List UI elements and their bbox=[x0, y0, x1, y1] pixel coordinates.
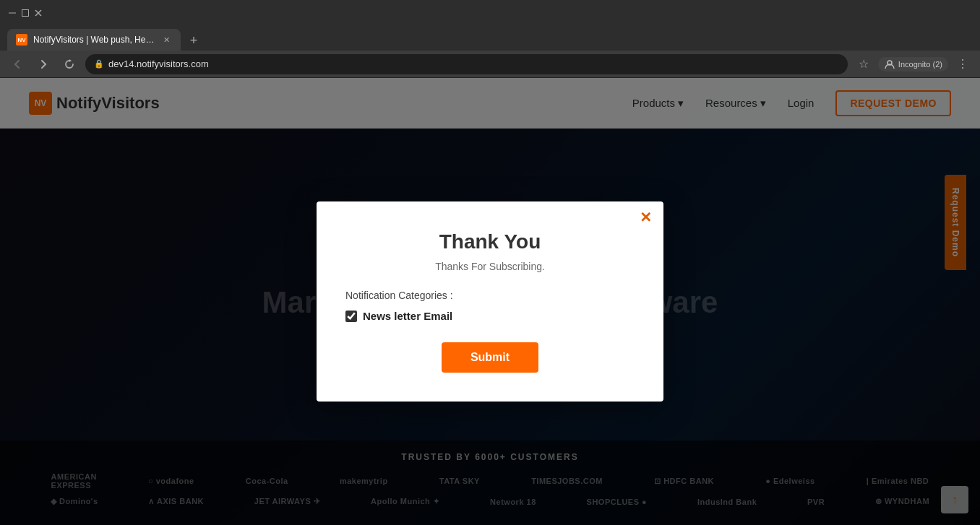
url-text: dev14.notifyvisitors.com bbox=[108, 58, 209, 69]
window-controls[interactable] bbox=[7, 8, 43, 18]
modal-section-label: Notification Categories : bbox=[345, 290, 635, 301]
modal-close-button[interactable]: ✕ bbox=[640, 210, 652, 225]
modal-title: Thank You bbox=[345, 230, 635, 253]
maximize-button[interactable] bbox=[20, 8, 30, 18]
address-bar: 🔒 dev14.notifyvisitors.com ☆ Incognito (… bbox=[0, 51, 980, 78]
newsletter-email-label: News letter Email bbox=[363, 310, 452, 322]
tab-title: NotifyVisitors | Web push, Heatm... bbox=[33, 35, 155, 45]
url-bar[interactable]: 🔒 dev14.notifyvisitors.com bbox=[85, 54, 848, 74]
tab-bar: NV NotifyVisitors | Web push, Heatm... ✕… bbox=[0, 26, 980, 51]
incognito-label: Incognito (2) bbox=[898, 60, 942, 69]
svg-rect-0 bbox=[9, 13, 16, 14]
minimize-button[interactable] bbox=[7, 8, 17, 18]
back-button[interactable] bbox=[7, 54, 27, 74]
modal-subtitle: Thanks For Subscribing. bbox=[345, 261, 635, 272]
browser-chrome: NV NotifyVisitors | Web push, Heatm... ✕… bbox=[0, 0, 980, 78]
incognito-badge: Incognito (2) bbox=[878, 57, 948, 71]
address-bar-right: ☆ Incognito (2) ⋮ bbox=[854, 54, 973, 74]
modal-submit-button[interactable]: Submit bbox=[442, 342, 538, 373]
browser-titlebar bbox=[0, 0, 980, 26]
website: NV NotifyVisitors Products ▾ Resources ▾… bbox=[0, 78, 980, 525]
lock-icon: 🔒 bbox=[94, 59, 104, 69]
menu-button[interactable]: ⋮ bbox=[953, 54, 973, 74]
modal-checkbox-row: News letter Email bbox=[345, 310, 635, 322]
tab-close-button[interactable]: ✕ bbox=[160, 34, 172, 45]
modal-overlay: ✕ Thank You Thanks For Subscribing. Noti… bbox=[0, 78, 980, 525]
newsletter-email-checkbox[interactable] bbox=[345, 311, 357, 322]
tab-favicon: NV bbox=[16, 34, 27, 45]
modal-submit-row: Submit bbox=[345, 342, 635, 373]
svg-rect-1 bbox=[22, 10, 29, 17]
thank-you-modal: ✕ Thank You Thanks For Subscribing. Noti… bbox=[317, 201, 663, 402]
refresh-button[interactable] bbox=[59, 54, 79, 74]
new-tab-button[interactable]: + bbox=[184, 30, 204, 51]
close-button[interactable] bbox=[33, 8, 43, 18]
active-tab[interactable]: NV NotifyVisitors | Web push, Heatm... ✕ bbox=[7, 29, 181, 51]
bookmark-button[interactable]: ☆ bbox=[854, 54, 874, 74]
forward-button[interactable] bbox=[33, 54, 53, 74]
